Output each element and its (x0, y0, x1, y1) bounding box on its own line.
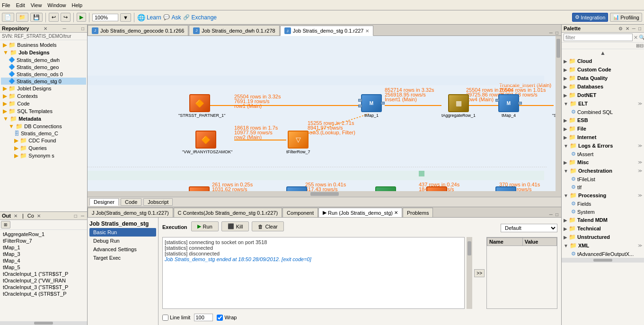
flow-node-vw-iran[interactable]: 🔶 "VW_IRANYITOSZAMOK" (182, 131, 229, 154)
learn-link[interactable]: Learn (147, 14, 161, 21)
list-item[interactable]: tOracleInput_3 ("STR$ST_P (1, 284, 86, 290)
repo-item-metadata[interactable]: ▼ 📁 Metadata (1, 115, 86, 123)
palette-item-fields[interactable]: ⚙ Fields (562, 200, 644, 208)
palette-settings-icon[interactable]: ⚙ (618, 26, 624, 31)
palette-cat-internet[interactable]: ▶ 📁 Internet (562, 133, 644, 141)
canvas-hscroll[interactable] (88, 191, 561, 197)
contexts-tab[interactable]: C Contexts(Job Stratis_demo_stg 0.1.r227… (174, 208, 282, 217)
save-button[interactable]: 💾 (30, 13, 43, 22)
palette-hscroll[interactable] (562, 258, 644, 263)
palette-cat-unstructured[interactable]: ▶ 📁 Unstructured (562, 233, 644, 241)
expand-all-btn[interactable]: ⊞ (1, 221, 10, 228)
palette-collapse-icon[interactable]: ⊟ (640, 43, 644, 48)
output-console[interactable]: [statistics] connecting to socket on por… (162, 237, 465, 309)
designer-tab[interactable]: Designer (89, 198, 119, 206)
run-menu-basic[interactable]: Basic Run (89, 228, 156, 237)
zoom-dropdown[interactable]: ▼ (120, 13, 131, 22)
palette-scroll-up[interactable]: ▲ (562, 49, 644, 57)
component-tab[interactable]: Component (282, 208, 318, 217)
repo-item-code[interactable]: ▶ 📁 Code (1, 100, 86, 107)
list-item[interactable]: tAggregateRow_1 (1, 231, 86, 237)
minimize-icon[interactable]: ─ (80, 213, 85, 219)
palette-cat-file[interactable]: ▶ 📁 File (562, 124, 644, 133)
palette-cat-cloud[interactable]: ▶ 📁 Cloud (562, 57, 644, 65)
editor-tab-geocode[interactable]: J Job Stratis_demo_geocode 0.1.r266 (88, 25, 188, 35)
out-tab[interactable]: Out (2, 213, 11, 219)
new-button[interactable]: 📄 (2, 13, 14, 22)
integration-tab[interactable]: ⚙ Integration (572, 13, 608, 22)
palette-filter-input[interactable] (564, 34, 633, 41)
run-menu-target[interactable]: Target Exec (89, 254, 156, 262)
repo-item-stg[interactable]: 🔷 Stratis_demo_stg 0 (1, 78, 86, 85)
line-limit-checkbox[interactable] (162, 315, 168, 321)
list-item[interactable]: tOracleInput_4 (STR$ST_P (1, 290, 86, 297)
palette-close-icon[interactable]: ✕ (625, 26, 630, 31)
list-item[interactable]: tMap_3 (1, 251, 86, 257)
repo-item-businessmodels[interactable]: ▶ 📁 Business Models (1, 41, 86, 49)
repo-item-contexts[interactable]: ▶ 📁 Contexts (1, 92, 86, 100)
repo-minimize-icon[interactable]: ─ (62, 26, 67, 31)
palette-item-tif[interactable]: ⚙ tIf (562, 183, 644, 191)
expand-output-button[interactable]: >> (474, 269, 485, 277)
expand-right-icon[interactable]: ≫ (638, 168, 642, 173)
tab-close-icon[interactable]: ✕ (365, 28, 369, 34)
repo-item-synonyms[interactable]: ▶ 📁 Synonym s (1, 152, 86, 159)
clear-button[interactable]: 🗑 Clear (252, 221, 283, 231)
bottom-maximize-icon[interactable]: □ (555, 212, 559, 217)
palette-cat-dotnet[interactable]: ▶ 📁 DotNET (562, 91, 644, 99)
palette-cat-orchestration[interactable]: ▼ 📁 Orchestration ≫ (562, 167, 644, 175)
problems-tab[interactable]: Problems (403, 208, 433, 217)
run-menu-advanced[interactable]: Advanced Settings (89, 245, 156, 254)
palette-cat-elt[interactable]: ▼ 📁 ELT ≫ (562, 99, 644, 108)
flow-node-taggregate1[interactable]: ▦ tAggregateRow_1 (441, 94, 476, 118)
co-tab[interactable]: Co (27, 213, 34, 219)
redo-button[interactable]: ↪ (61, 13, 71, 22)
expand-right-icon[interactable]: ≫ (638, 160, 642, 165)
undo-button[interactable]: ↩ (49, 13, 59, 22)
palette-item-tassert[interactable]: ⚙ tAssert (562, 150, 644, 158)
filter-clear-icon[interactable]: ✕ (634, 35, 638, 41)
palette-cat-customcode[interactable]: ▶ 📁 Custom Code (562, 65, 644, 74)
canvas-vscroll[interactable] (556, 36, 561, 191)
flow-node-tmap4[interactable]: M tMap_4 (498, 94, 519, 118)
repo-item-dwh[interactable]: 🔷 Stratis_demo_dwh (1, 56, 86, 63)
palette-cat-talendmdm[interactable]: ▶ 📁 Talend MDM (562, 216, 644, 224)
repo-item-queries[interactable]: ▶ 📁 Queries (1, 144, 86, 152)
palette-cat-technical[interactable]: ▶ 📁 Technical (562, 224, 644, 233)
repo-item-sqltemplates[interactable]: ▶ 📁 SQL Templates (1, 107, 86, 115)
menu-edit[interactable]: Edit (16, 2, 25, 8)
repo-item-cdcfound[interactable]: ▶ 📁 CDC Found (1, 137, 86, 144)
profiling-tab[interactable]: 📊 Profiling (610, 13, 642, 22)
run-button[interactable]: ▶ (77, 13, 86, 22)
repo-item-dbconnections[interactable]: ▼ 📁 DB Connections (1, 123, 86, 130)
menu-help[interactable]: Help (71, 2, 82, 8)
run-exec-button[interactable]: ▶ Run (191, 221, 219, 231)
expand-right-icon[interactable]: ≫ (638, 243, 642, 248)
expand-right-icon[interactable]: ≫ (638, 101, 642, 106)
repo-item-stratis-c[interactable]: 🗄 Stratis_demo_C (1, 130, 86, 137)
run-menu-debug[interactable]: Debug Run (89, 237, 156, 245)
palette-item-combinedsql[interactable]: ⚙ Combined SQL (562, 108, 644, 116)
wrap-checkbox[interactable] (217, 315, 223, 321)
palette-cat-processing[interactable]: ▼ 📁 Processing ≫ (562, 191, 644, 200)
list-item[interactable]: tMap_5 (1, 264, 86, 271)
context-select[interactable]: Default (501, 224, 557, 232)
flow-node-tfilterrow7[interactable]: ▽ tFilterRow_7 (286, 131, 310, 154)
palette-item-tadvancedfileoutput[interactable]: ⚙ tAdvancedFileOutputX... (562, 250, 644, 258)
flow-node-str-partner-1[interactable]: 🔶 "STRSST_PARTNER_1" (178, 94, 221, 118)
code-tab[interactable]: Code (121, 198, 141, 206)
menu-view[interactable]: View (31, 2, 42, 8)
palette-maximize-icon[interactable]: □ (637, 26, 642, 31)
palette-item-system[interactable]: ⚙ System (562, 208, 644, 216)
expand-right-icon[interactable]: ≫ (638, 193, 642, 198)
horizontal-scrollbar[interactable] (0, 321, 87, 325)
editor-tab-stg[interactable]: J Job Stratis_demo_stg 0.1.r227 ✕ (280, 26, 374, 36)
repo-item-jobletdesigns[interactable]: ▶ 📁 Joblet Designs (1, 85, 86, 92)
flow-node-tmap1[interactable]: M tMap_1 (361, 94, 382, 118)
repo-close-icon[interactable]: ✕ (43, 26, 48, 31)
palette-minimize-icon[interactable]: ─ (631, 26, 636, 31)
job-tab[interactable]: J Job(Stratis_demo_stg 0.1.r227) (88, 208, 173, 217)
palette-cat-misc[interactable]: ▶ 📁 Misc ≫ (562, 158, 644, 167)
expand-right-icon[interactable]: ≫ (638, 143, 642, 148)
palette-cat-dataquality[interactable]: ▶ 📁 Data Quality (562, 74, 644, 82)
